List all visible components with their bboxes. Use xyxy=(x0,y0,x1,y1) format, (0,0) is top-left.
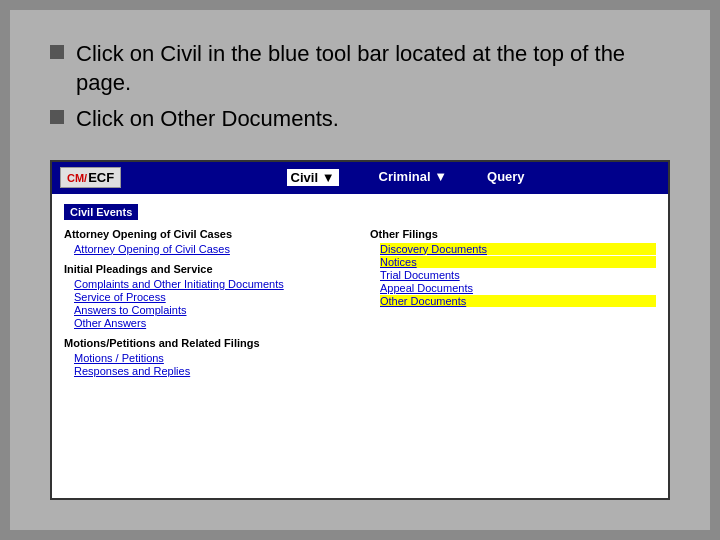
link-responses[interactable]: Responses and Replies xyxy=(74,365,350,377)
bullet-text-1: Click on Civil in the blue tool bar loca… xyxy=(76,40,670,97)
bullet-square-1 xyxy=(50,45,64,59)
section-title-motions: Motions/Petitions and Related Filings xyxy=(64,337,350,349)
ecf-interface: CM/ ECF Civil ▼ Criminal ▼ Query Civil E… xyxy=(50,160,670,500)
ecf-right-column: Other Filings Discovery Documents Notice… xyxy=(370,228,656,378)
ecf-columns: Attorney Opening of Civil Cases Attorney… xyxy=(64,228,656,378)
nav-civil[interactable]: Civil ▼ xyxy=(287,169,339,186)
bullet-square-2 xyxy=(50,110,64,124)
section-title-attorney: Attorney Opening of Civil Cases xyxy=(64,228,350,240)
ecf-left-column: Attorney Opening of Civil Cases Attorney… xyxy=(64,228,350,378)
bullet-text-2: Click on Other Documents. xyxy=(76,105,339,134)
ecf-logo-prefix: CM/ xyxy=(67,172,87,184)
section-title-pleadings: Initial Pleadings and Service xyxy=(64,263,350,275)
ecf-page-title: Civil Events xyxy=(64,204,138,220)
link-answers[interactable]: Answers to Complaints xyxy=(74,304,350,316)
nav-criminal[interactable]: Criminal ▼ xyxy=(379,169,448,186)
nav-query[interactable]: Query xyxy=(487,169,525,186)
ecf-logo-main: ECF xyxy=(88,170,114,185)
link-service[interactable]: Service of Process xyxy=(74,291,350,303)
bullet-item-1: Click on Civil in the blue tool bar loca… xyxy=(50,40,670,97)
slide-container: Click on Civil in the blue tool bar loca… xyxy=(10,10,710,530)
ecf-nav: Civil ▼ Criminal ▼ Query xyxy=(151,169,660,186)
link-discovery[interactable]: Discovery Documents xyxy=(380,243,656,255)
link-motions[interactable]: Motions / Petitions xyxy=(74,352,350,364)
ecf-logo: CM/ ECF xyxy=(60,167,121,188)
link-other-answers[interactable]: Other Answers xyxy=(74,317,350,329)
link-trial[interactable]: Trial Documents xyxy=(380,269,656,281)
ecf-content: Civil Events Attorney Opening of Civil C… xyxy=(52,194,668,386)
link-notices[interactable]: Notices xyxy=(380,256,656,268)
link-complaints[interactable]: Complaints and Other Initiating Document… xyxy=(74,278,350,290)
link-other-docs[interactable]: Other Documents xyxy=(380,295,656,307)
section-title-other-filings: Other Filings xyxy=(370,228,656,240)
bullet-item-2: Click on Other Documents. xyxy=(50,105,670,134)
link-appeal[interactable]: Appeal Documents xyxy=(380,282,656,294)
link-attorney-opening[interactable]: Attorney Opening of Civil Cases xyxy=(74,243,350,255)
bullet-list: Click on Civil in the blue tool bar loca… xyxy=(50,40,670,142)
ecf-toolbar: CM/ ECF Civil ▼ Criminal ▼ Query xyxy=(52,162,668,194)
